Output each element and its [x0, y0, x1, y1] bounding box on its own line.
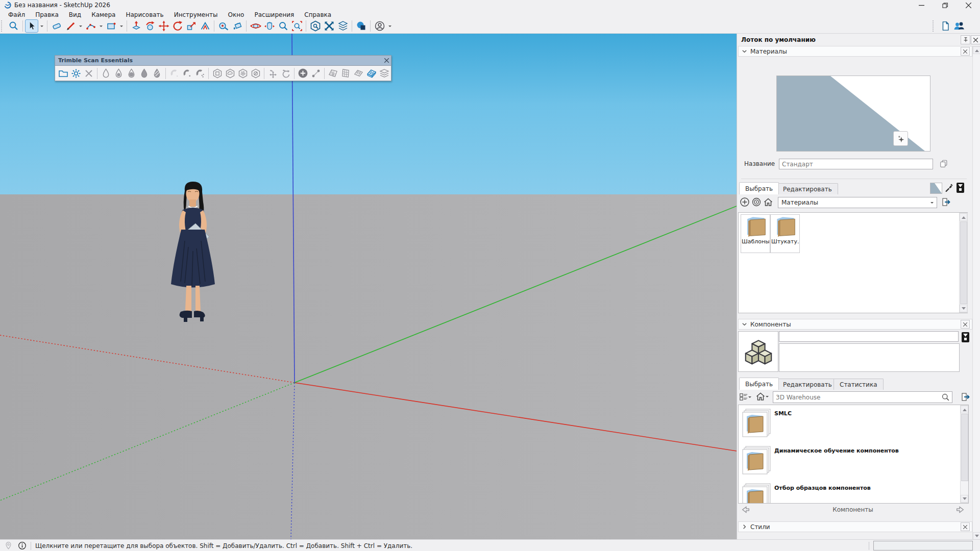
- materials-tab-select[interactable]: Выбрать: [739, 182, 779, 194]
- in-model-materials-button[interactable]: [763, 197, 773, 207]
- layers-stack-button[interactable]: [336, 19, 350, 33]
- limitbox-section-button[interactable]: [211, 67, 224, 80]
- materials-close-button[interactable]: [961, 47, 970, 56]
- menu-draw[interactable]: Нарисовать: [120, 11, 168, 18]
- minimize-button[interactable]: [910, 0, 933, 10]
- sample-paint-button[interactable]: [944, 183, 953, 193]
- snap-point-button[interactable]: [181, 67, 193, 80]
- components-detail-arrow-button[interactable]: [961, 392, 971, 402]
- components-close-button[interactable]: [961, 320, 970, 329]
- material-folder-templates[interactable]: Шаблоны: [741, 214, 770, 253]
- mesh-page-button[interactable]: [339, 67, 352, 80]
- density-hatched-button[interactable]: [151, 67, 163, 80]
- paint-bucket-button[interactable]: [230, 19, 244, 33]
- materials-tab-edit[interactable]: Редактировать: [777, 183, 838, 194]
- display-sample-button[interactable]: [957, 183, 964, 193]
- components-tab-edit[interactable]: Редактировать: [777, 379, 838, 390]
- styles-close-button[interactable]: [961, 522, 970, 531]
- materials-section-header[interactable]: Материалы: [738, 46, 972, 57]
- person-figure[interactable]: [164, 180, 222, 323]
- menu-tools[interactable]: Инструменты: [169, 11, 223, 18]
- measure-points-button[interactable]: [309, 67, 322, 80]
- components-list[interactable]: SMLC Динамическое обучение компонентов О…: [738, 405, 969, 504]
- component-view-button[interactable]: [739, 392, 751, 402]
- rectangle-tool-dropdown[interactable]: [118, 19, 125, 33]
- warehouse-search-button[interactable]: [941, 393, 950, 402]
- components-nav-back-button[interactable]: [741, 505, 750, 514]
- scan-settings-button[interactable]: [69, 67, 82, 80]
- materials-collection-dropdown[interactable]: Материалы: [778, 197, 937, 208]
- measurements-input[interactable]: [873, 541, 973, 550]
- move-button[interactable]: [157, 19, 170, 33]
- trimble-scan-titlebar[interactable]: Trimble Scan Essentials: [55, 56, 391, 66]
- tray-scrollbar[interactable]: [972, 46, 980, 540]
- duplicate-material-button[interactable]: [939, 159, 948, 168]
- rotate-button[interactable]: [170, 19, 184, 33]
- material-target-button[interactable]: [751, 197, 762, 207]
- mesh-flat-button[interactable]: [352, 67, 365, 80]
- toolbar-grip[interactable]: [1, 20, 5, 32]
- material-name-input[interactable]: [779, 159, 933, 169]
- scan-open-button[interactable]: [57, 67, 69, 80]
- snap-off-button[interactable]: [168, 67, 181, 80]
- component-name-input[interactable]: [779, 331, 959, 342]
- materials-list-scrollbar[interactable]: [959, 213, 968, 313]
- mesh-layers-button[interactable]: [378, 67, 390, 80]
- orbit-button[interactable]: [249, 19, 262, 33]
- pan-button[interactable]: [262, 19, 276, 33]
- components-list-scrollbar[interactable]: [960, 405, 969, 503]
- materials-scroll-thumb[interactable]: [960, 221, 967, 304]
- components-scroll-thumb[interactable]: [961, 414, 968, 481]
- account-dropdown[interactable]: [386, 19, 393, 33]
- right-toolbar-grip[interactable]: [933, 20, 937, 32]
- info-button[interactable]: [18, 541, 27, 550]
- restore-button[interactable]: [933, 0, 957, 10]
- density-full-button[interactable]: [138, 67, 151, 80]
- components-scroll-down[interactable]: [961, 495, 968, 503]
- components-tab-statistics[interactable]: Статистика: [834, 379, 884, 390]
- rotate-cloud-button[interactable]: [279, 67, 292, 80]
- tray-pin-button[interactable]: [961, 35, 970, 44]
- material-folder-plaster[interactable]: Штукату...: [770, 214, 800, 253]
- components-nav-forward-button[interactable]: [955, 505, 965, 514]
- add-point-button[interactable]: [297, 67, 309, 80]
- trimble-scan-close-button[interactable]: [382, 56, 391, 65]
- warehouse-search-input[interactable]: [773, 391, 952, 403]
- snap-cloud-button[interactable]: [193, 67, 206, 80]
- create-material-button[interactable]: [740, 197, 750, 207]
- menu-edit[interactable]: Правка: [30, 11, 64, 18]
- menu-view[interactable]: Вид: [64, 11, 86, 18]
- component-display-sample-button[interactable]: [962, 332, 969, 342]
- line-tool-dropdown[interactable]: [77, 19, 84, 33]
- tape-measure-button[interactable]: [216, 19, 230, 33]
- limitbox-fingerprint-button[interactable]: [236, 67, 249, 80]
- arc-tool-dropdown[interactable]: [97, 19, 104, 33]
- components-tab-select[interactable]: Выбрать: [739, 378, 779, 390]
- rectangle-tool-button[interactable]: [104, 19, 118, 33]
- materials-list[interactable]: Шаблоны Штукату...: [738, 212, 968, 313]
- ai-generate-button[interactable]: [893, 131, 908, 146]
- materials-scroll-up[interactable]: [960, 213, 967, 221]
- menu-file[interactable]: Файл: [3, 11, 30, 18]
- arc-tool-button[interactable]: [84, 19, 97, 33]
- search-button[interactable]: [7, 19, 20, 33]
- zoom-extents-button[interactable]: [290, 19, 304, 33]
- new-document-button[interactable]: [938, 19, 952, 33]
- density-mid-button[interactable]: [125, 67, 138, 80]
- exchange-button[interactable]: [322, 19, 336, 33]
- components-scroll-up[interactable]: [961, 406, 968, 413]
- component-description-box[interactable]: [779, 343, 960, 372]
- menu-help[interactable]: Справка: [299, 11, 336, 18]
- eraser-button[interactable]: [50, 19, 63, 33]
- menu-camera[interactable]: Камера: [86, 11, 120, 18]
- select-tool-button[interactable]: [25, 19, 38, 33]
- followme-button[interactable]: [143, 19, 157, 33]
- extension-warehouse-button[interactable]: [308, 19, 322, 33]
- materials-detail-arrow-button[interactable]: [941, 197, 951, 207]
- in-model-components-button[interactable]: [755, 391, 769, 402]
- move-cloud-button[interactable]: [266, 67, 279, 80]
- scan-close-x-button[interactable]: [82, 67, 95, 80]
- menu-extensions[interactable]: Расширения: [249, 11, 299, 18]
- density-empty-button[interactable]: [100, 67, 112, 80]
- close-button[interactable]: [957, 0, 980, 10]
